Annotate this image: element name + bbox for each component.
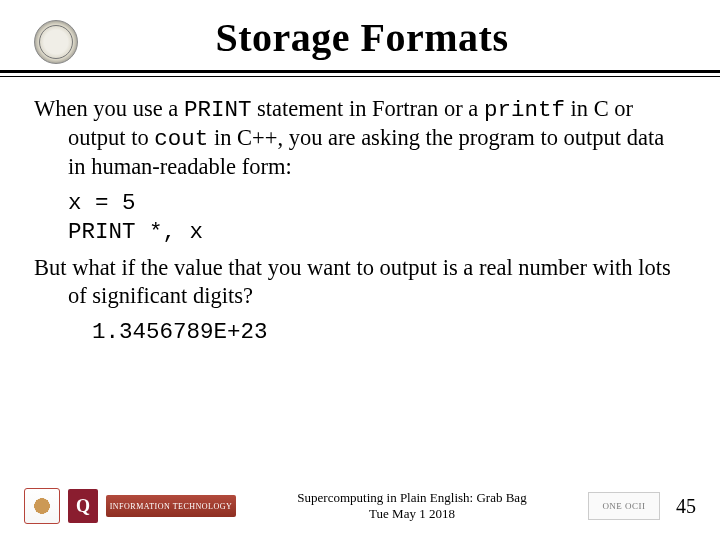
code-print: PRINT (184, 97, 252, 123)
code-printf: printf (484, 97, 565, 123)
header: Storage Formats (34, 14, 686, 64)
footer-right: ONE OCII 45 (588, 492, 696, 520)
slide-title: Storage Formats (78, 14, 686, 61)
divider-thick (0, 70, 720, 73)
paragraph-1: When you use a PRINT statement in Fortra… (34, 95, 686, 181)
divider-thin (0, 76, 720, 77)
footer-caption: Supercomputing in Plain English: Grab Ba… (236, 490, 588, 523)
text: When you use a (34, 96, 184, 121)
it-logo-icon: INFORMATION TECHNOLOGY (106, 495, 236, 517)
code-cout: cout (154, 126, 208, 152)
code-line-3: 1.3456789E+23 (34, 318, 686, 346)
footer-line-2: Tue May 1 2018 (236, 506, 588, 522)
oscer-logo-icon (24, 488, 60, 524)
footer: Q INFORMATION TECHNOLOGY Supercomputing … (0, 488, 720, 524)
code-line-1: x = 5 (34, 189, 686, 217)
slide: Storage Formats When you use a PRINT sta… (0, 0, 720, 540)
text: statement in Fortran or a (251, 96, 483, 121)
page-number: 45 (676, 495, 696, 518)
paragraph-2: But what if the value that you want to o… (34, 254, 686, 310)
ou-logo-icon: Q (68, 489, 98, 523)
body: When you use a PRINT statement in Fortra… (34, 95, 686, 346)
footer-logos-left: Q INFORMATION TECHNOLOGY (24, 488, 236, 524)
ou-seal-icon (34, 20, 78, 64)
title-rules (34, 70, 686, 77)
code-line-2: PRINT *, x (34, 218, 686, 246)
onecii-logo-icon: ONE OCII (588, 492, 660, 520)
footer-line-1: Supercomputing in Plain English: Grab Ba… (236, 490, 588, 506)
